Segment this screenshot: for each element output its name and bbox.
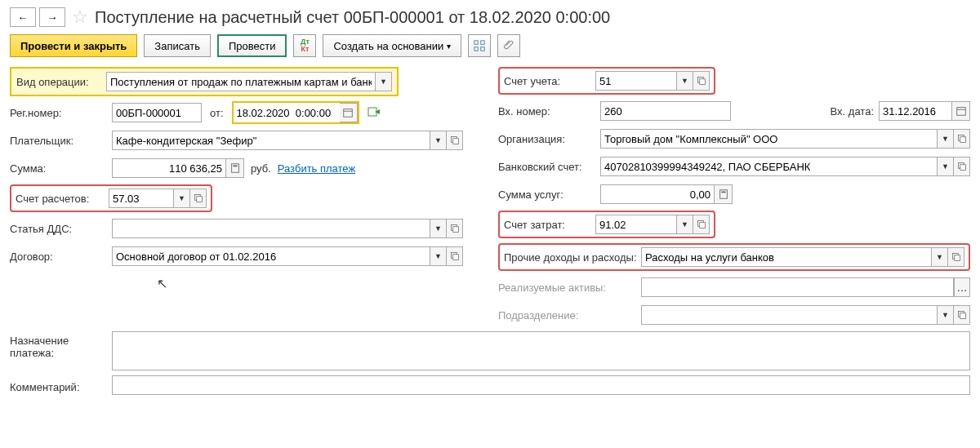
- contract-input[interactable]: [112, 246, 430, 266]
- svg-rect-22: [960, 137, 965, 143]
- svg-rect-12: [196, 197, 202, 202]
- cursor-icon: ↖: [157, 276, 482, 291]
- account-open-icon[interactable]: [693, 71, 710, 91]
- account-dropdown-icon[interactable]: ▼: [677, 71, 693, 91]
- bank-input[interactable]: [600, 157, 938, 176]
- contract-open-icon[interactable]: [447, 246, 463, 266]
- toolbar: Провести и закрыть Записать Провести ДтК…: [10, 34, 970, 57]
- dtkt-button[interactable]: ДтКт: [293, 34, 316, 57]
- op-type-section: Вид операции: ▼: [10, 67, 399, 96]
- calculator-icon[interactable]: [226, 158, 244, 178]
- account-input[interactable]: [595, 71, 677, 91]
- bank-open-icon[interactable]: [954, 157, 970, 176]
- svg-rect-30: [954, 255, 960, 261]
- from-label: от:: [210, 107, 224, 119]
- reg-num-input[interactable]: [112, 103, 202, 122]
- org-open-icon[interactable]: [954, 129, 970, 149]
- account-section: Счет учета: ▼: [498, 67, 715, 95]
- payer-open-icon[interactable]: [447, 131, 463, 150]
- other-dropdown-icon[interactable]: ▼: [932, 247, 948, 267]
- date-input[interactable]: [234, 103, 340, 122]
- in-num-label: Вх. номер:: [498, 105, 600, 118]
- svg-rect-3: [481, 47, 484, 51]
- structure-button[interactable]: [468, 34, 491, 57]
- in-date-label: Вх. дата:: [831, 105, 874, 118]
- page-title: Поступление на расчетный счет 00БП-00000…: [95, 8, 610, 27]
- currency-label: руб.: [251, 162, 271, 175]
- svg-rect-28: [699, 223, 705, 228]
- payer-label: Плательщик:: [10, 135, 112, 147]
- sum-input[interactable]: [112, 158, 226, 178]
- cost-acc-section: Счет затрат: ▼: [498, 211, 715, 238]
- assets-label: Реализуемые активы:: [498, 282, 641, 294]
- contract-label: Договор:: [10, 251, 112, 263]
- purpose-label: Назначение платежа:: [10, 331, 112, 359]
- division-open-icon[interactable]: [954, 305, 970, 325]
- division-dropdown-icon[interactable]: ▼: [938, 305, 954, 325]
- dds-input[interactable]: [112, 219, 430, 238]
- in-date-calendar-icon[interactable]: [952, 101, 970, 121]
- svg-rect-16: [452, 255, 458, 260]
- settle-acc-section: Счет расчетов: ▼: [10, 184, 212, 212]
- save-button[interactable]: Записать: [144, 34, 211, 57]
- other-input[interactable]: [641, 247, 932, 267]
- calendar-icon[interactable]: [340, 103, 358, 122]
- svc-sum-label: Сумма услуг:: [498, 189, 600, 201]
- dds-open-icon[interactable]: [447, 219, 463, 238]
- payer-dropdown-icon[interactable]: ▼: [430, 131, 447, 150]
- post-button[interactable]: Провести: [217, 34, 287, 57]
- cost-acc-input[interactable]: [595, 215, 677, 234]
- contract-dropdown-icon[interactable]: ▼: [430, 246, 447, 266]
- other-section: Прочие доходы и расходы: ▼: [498, 243, 970, 271]
- in-date-input[interactable]: [879, 101, 952, 121]
- svg-rect-32: [960, 313, 965, 319]
- org-input[interactable]: [600, 129, 938, 149]
- comment-label: Комментарий:: [10, 378, 112, 393]
- other-label: Прочие доходы и расходы:: [504, 251, 641, 264]
- assets-open-icon[interactable]: …: [954, 277, 970, 297]
- svg-rect-1: [481, 41, 484, 44]
- division-label: Подразделение:: [498, 309, 641, 322]
- settle-acc-input[interactable]: [109, 189, 174, 208]
- purpose-input[interactable]: [112, 331, 970, 370]
- svc-sum-input[interactable]: [600, 184, 715, 204]
- svg-rect-0: [474, 41, 478, 44]
- split-payment-link[interactable]: Разбить платеж: [278, 162, 355, 175]
- svg-rect-10: [233, 166, 237, 167]
- svg-rect-9: [231, 164, 238, 173]
- svg-rect-14: [452, 227, 458, 233]
- nav-back-button[interactable]: ←: [10, 7, 36, 27]
- post-close-button[interactable]: Провести и закрыть: [10, 34, 137, 57]
- svg-rect-25: [719, 190, 727, 199]
- favorite-icon[interactable]: ☆: [72, 7, 88, 28]
- dds-dropdown-icon[interactable]: ▼: [430, 219, 447, 238]
- sum-label: Сумма:: [10, 162, 112, 175]
- division-input[interactable]: [641, 305, 938, 325]
- svg-rect-18: [699, 79, 705, 85]
- status-icon[interactable]: [368, 105, 381, 121]
- op-type-input[interactable]: [106, 72, 376, 91]
- payer-input[interactable]: [112, 131, 430, 150]
- other-open-icon[interactable]: [948, 247, 964, 267]
- calculator-icon-2[interactable]: [715, 184, 733, 204]
- account-label: Счет учета:: [504, 75, 595, 87]
- settle-acc-open-icon[interactable]: [190, 189, 207, 208]
- nav-forward-button[interactable]: →: [39, 7, 65, 27]
- dds-label: Статья ДДС:: [10, 223, 112, 235]
- attach-button[interactable]: [497, 34, 520, 57]
- assets-input[interactable]: [641, 277, 954, 297]
- bank-dropdown-icon[interactable]: ▼: [938, 157, 954, 176]
- op-type-dropdown-icon[interactable]: ▼: [376, 72, 392, 91]
- settle-acc-label: Счет расчетов:: [16, 193, 109, 205]
- cost-acc-label: Счет затрат:: [504, 219, 595, 231]
- org-label: Организация:: [498, 133, 600, 145]
- cost-acc-open-icon[interactable]: [693, 215, 710, 234]
- org-dropdown-icon[interactable]: ▼: [938, 129, 954, 149]
- svg-rect-4: [344, 109, 353, 118]
- op-type-label: Вид операции:: [16, 76, 106, 88]
- create-based-button[interactable]: Создать на основании: [323, 34, 461, 57]
- in-num-input[interactable]: [600, 101, 731, 121]
- comment-input[interactable]: [112, 375, 970, 395]
- cost-acc-dropdown-icon[interactable]: ▼: [677, 215, 693, 234]
- settle-acc-dropdown-icon[interactable]: ▼: [174, 189, 190, 208]
